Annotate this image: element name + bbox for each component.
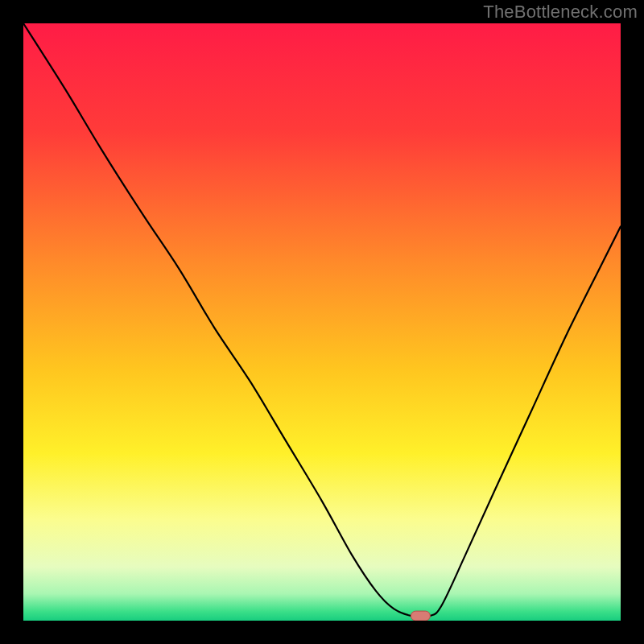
optimal-marker (411, 611, 430, 621)
bottleneck-plot (23, 23, 621, 621)
attribution-label: TheBottleneck.com (483, 2, 638, 23)
plot-background (23, 23, 621, 621)
chart-frame: TheBottleneck.com (0, 0, 644, 644)
